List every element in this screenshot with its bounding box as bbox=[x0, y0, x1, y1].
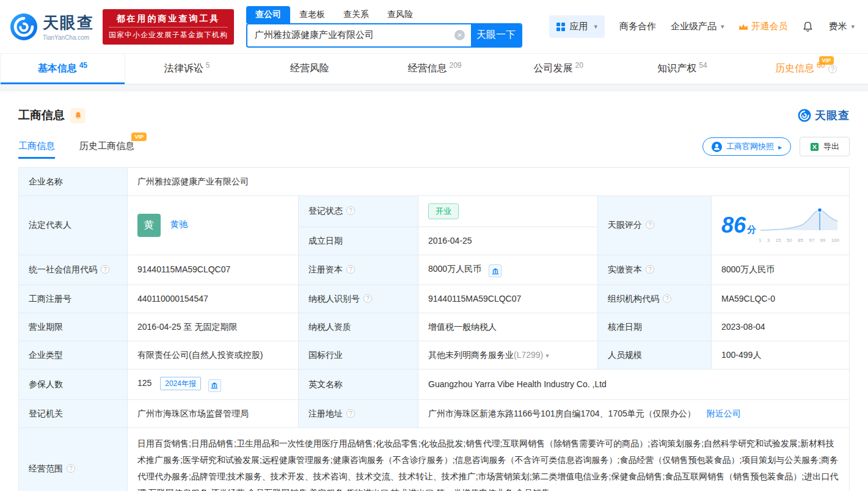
label-registry-authority: 登记机关 bbox=[19, 399, 128, 427]
top-header: 天眼查 TianYanCha.com 都在用的商业查询工具 国家中小企业发展子基… bbox=[0, 0, 868, 54]
export-label: 导出 bbox=[823, 141, 839, 152]
nav-enterprise-products[interactable]: 企业级产品 bbox=[671, 21, 724, 32]
label-org-code: 组织机构代码 bbox=[598, 285, 712, 313]
tab-operating-risk[interactable]: 经营风险 bbox=[249, 54, 373, 84]
subscribe-bell-icon[interactable] bbox=[70, 108, 86, 123]
search-tab-relation[interactable]: 查关系 bbox=[334, 6, 378, 23]
label-company-type: 企业类型 bbox=[19, 341, 128, 369]
help-icon[interactable] bbox=[646, 220, 654, 229]
nearby-companies-link[interactable]: 附近公司 bbox=[707, 409, 741, 418]
apps-menu[interactable]: 应用 bbox=[549, 15, 605, 38]
value-staff-size: 100-499人 bbox=[712, 341, 850, 369]
tab-label: 知识产权 bbox=[657, 62, 696, 75]
search-button[interactable]: 天眼一下 bbox=[471, 24, 521, 46]
subtab-row: 工商信息 历史工商信息 VIP 工商官网快照 bbox=[18, 137, 850, 159]
tab-company-development[interactable]: 公司发展 20 bbox=[497, 54, 621, 84]
tab-label: 经营风险 bbox=[290, 62, 329, 75]
table-row: 法定代表人 黄 黄驰 登记状态 开业 天眼评分 86分 bbox=[19, 196, 850, 227]
apps-grid-icon bbox=[556, 23, 565, 31]
tab-legal-litigation[interactable]: 法律诉讼 5 bbox=[125, 54, 249, 84]
label-approval-date: 核准日期 bbox=[598, 313, 712, 341]
divider bbox=[0, 84, 868, 92]
tianyancha-logo[interactable]: 天眼查 TianYanCha.com bbox=[10, 12, 94, 41]
score-unit: 分 bbox=[747, 224, 756, 235]
value-company-name: 广州雅拉源健康产业有限公司 bbox=[128, 168, 850, 196]
tianyancha-logo-icon bbox=[798, 109, 811, 122]
label-taxpayer-id: 纳税人识别号 bbox=[299, 285, 418, 313]
label-english-name: 英文名称 bbox=[299, 369, 418, 400]
search-tab-company[interactable]: 查公司 bbox=[246, 6, 290, 23]
clear-search-icon[interactable] bbox=[454, 30, 465, 40]
help-icon[interactable] bbox=[346, 409, 355, 418]
notifications-bell-icon[interactable] bbox=[802, 21, 814, 32]
tab-count: 20 bbox=[575, 61, 583, 70]
tab-label: 经营信息 bbox=[408, 62, 447, 75]
value-legal-representative: 黄 黄驰 bbox=[128, 196, 299, 255]
label-taxpayer-quality: 纳税人资质 bbox=[299, 313, 418, 341]
tab-intellectual-property[interactable]: 知识产权 54 bbox=[621, 54, 745, 84]
cooperation-label: 商务合作 bbox=[619, 21, 656, 32]
score-value: 86 bbox=[721, 213, 746, 238]
value-registered-address: 广州市海珠区新港东路1166号101房自编1704、1705单元（仅限办公） 附… bbox=[418, 399, 850, 427]
watermark-text: 天眼查 bbox=[815, 108, 850, 123]
table-row: 登记机关 广州市海珠区市场监督管理局 注册地址 广州市海珠区新港东路1166号1… bbox=[19, 399, 850, 427]
crown-icon bbox=[739, 23, 748, 31]
value-paid-capital: 8000万人民币 bbox=[712, 255, 850, 285]
tab-basic-info[interactable]: 基本信息 45 bbox=[0, 54, 125, 84]
search-tab-boss[interactable]: 查老板 bbox=[290, 6, 334, 23]
help-icon[interactable] bbox=[663, 294, 671, 303]
user-menu[interactable]: 费米 bbox=[828, 21, 855, 32]
label-legal-representative: 法定代表人 bbox=[19, 196, 128, 255]
company-building-icon[interactable] bbox=[208, 379, 221, 392]
main-content: 工商信息 天眼查 工商信息 历史工商信息 VIP bbox=[0, 92, 868, 491]
label-establish-date: 成立日期 bbox=[299, 227, 418, 255]
score-number[interactable]: 86分 bbox=[721, 214, 756, 237]
tianyancha-watermark: 天眼查 bbox=[798, 108, 850, 123]
label-company-name: 企业名称 bbox=[19, 168, 128, 196]
value-company-type: 有限责任公司(自然人投资或控股) bbox=[128, 341, 299, 369]
help-icon[interactable] bbox=[346, 206, 355, 215]
value-registration-status: 开业 bbox=[418, 196, 598, 227]
nav-cooperation[interactable]: 商务合作 bbox=[619, 21, 656, 32]
label-industry: 国标行业 bbox=[299, 341, 418, 369]
search-tab-risk[interactable]: 查风险 bbox=[378, 6, 422, 23]
value-credit-code: 91440115MA59CLQC07 bbox=[128, 255, 299, 285]
value-establish-date: 2016-04-25 bbox=[418, 227, 598, 255]
value-business-term: 2016-04-25 至 无固定期限 bbox=[128, 313, 299, 341]
help-icon[interactable] bbox=[101, 265, 109, 274]
tab-label: 法律诉讼 bbox=[164, 62, 203, 75]
chevron-down-icon[interactable] bbox=[543, 350, 549, 360]
subtab-history-registration[interactable]: 历史工商信息 VIP bbox=[79, 140, 134, 159]
value-taxpayer-quality: 增值税一般纳税人 bbox=[418, 313, 598, 341]
value-approval-date: 2023-08-04 bbox=[712, 313, 850, 341]
tab-business-info[interactable]: 经营信息 209 bbox=[373, 54, 497, 84]
value-insured-count: 125 2024年报 bbox=[128, 369, 299, 400]
help-icon[interactable] bbox=[828, 65, 837, 73]
value-industry: 其他未列明商务服务业(L7299) bbox=[418, 341, 598, 369]
tab-history-info[interactable]: VIP 历史信息 60 bbox=[744, 54, 868, 84]
help-icon[interactable] bbox=[646, 265, 654, 274]
help-icon[interactable] bbox=[346, 265, 355, 274]
sparkline-axis-ticks: 131550859799100 bbox=[759, 237, 839, 244]
table-row: 参保人数 125 2024年报 英文名称 Guangzhou Yarra Vib… bbox=[19, 369, 850, 400]
value-registered-capital: 8000万人民币 bbox=[418, 255, 598, 285]
capital-record-icon[interactable] bbox=[489, 264, 501, 277]
search-tabs: 查公司 查老板 查关系 查风险 bbox=[246, 6, 522, 23]
subtab-business-registration[interactable]: 工商信息 bbox=[18, 140, 55, 159]
nav-open-vip[interactable]: 开通会员 bbox=[739, 21, 787, 32]
help-icon[interactable] bbox=[67, 464, 75, 473]
legal-rep-link[interactable]: 黄驰 bbox=[170, 219, 188, 229]
annual-report-badge[interactable]: 2024年报 bbox=[160, 377, 201, 390]
value-english-name: Guangzhou Yarra Vibe Health Industry Co.… bbox=[418, 369, 850, 400]
tab-label: 基本信息 bbox=[38, 62, 77, 75]
table-row: 工商注册号 440110000154547 纳税人识别号 91440115MA5… bbox=[19, 285, 850, 313]
official-snapshot-button[interactable]: 工商官网快照 bbox=[702, 137, 791, 156]
legal-rep-avatar[interactable]: 黄 bbox=[137, 214, 161, 237]
promo-badge: 都在用的商业查询工具 国家中小企业发展子基金旗下机构 bbox=[103, 9, 234, 45]
value-tianyan-score: 86分 131550859799100 bbox=[712, 196, 850, 255]
label-insured-count: 参保人数 bbox=[19, 369, 128, 400]
value-taxpayer-id: 91440115MA59CLQC07 bbox=[418, 285, 598, 313]
help-icon[interactable] bbox=[363, 294, 372, 303]
search-input[interactable] bbox=[247, 30, 454, 40]
export-button[interactable]: 导出 bbox=[800, 137, 850, 156]
